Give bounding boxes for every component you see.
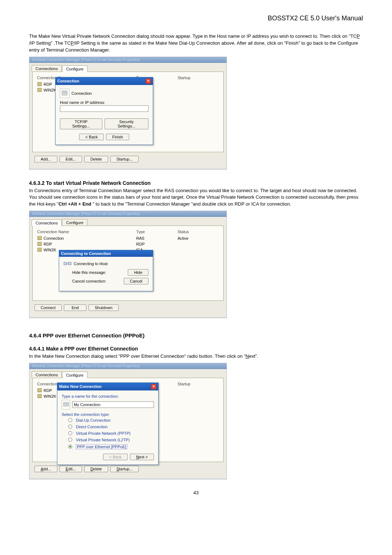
back-button[interactable]: < Back — [79, 134, 104, 140]
window-titlebar: Terminal Connection Manager (Press F2 to… — [29, 363, 226, 369]
svg-rect-4 — [37, 236, 42, 240]
window-titlebar: Terminal Connection Manager (Press F2 to… — [29, 211, 226, 217]
cancel-label: Cancel connection: — [72, 279, 106, 283]
edit-rest: dit... — [68, 467, 76, 471]
svg-rect-3 — [63, 92, 66, 94]
tab-connections[interactable]: Connections — [32, 65, 62, 72]
radio-label: Dial-Up Connection — [76, 418, 110, 422]
list-item[interactable]: RDP RDP — [37, 241, 219, 247]
tab-configure[interactable]: Configure — [62, 372, 87, 378]
heading-4641: 4.6.4.1 Make a PPP over Ethernet Connect… — [29, 346, 363, 352]
shutdown-button[interactable]: Shutdown — [89, 304, 119, 311]
dialog-titlebar: Connecting to Connection — [59, 250, 153, 257]
tab-connections[interactable]: Connections — [32, 371, 62, 378]
p1-text-b: /IP Setting" .The TC — [29, 40, 71, 46]
finish-button[interactable]: Finish — [106, 134, 129, 140]
connection-dialog: Connection × Connection Host name or IP … — [55, 77, 153, 145]
add-rest: dd... — [43, 467, 51, 471]
list-item[interactable]: Connection RAS Active — [37, 235, 219, 241]
ras-icon — [37, 236, 42, 241]
host-label: Host name or IP address: — [60, 100, 148, 105]
radio-direct[interactable]: Direct Connection — [68, 425, 154, 429]
cancel-button[interactable]: Cancel — [124, 278, 148, 284]
window-titlebar: Terminal Connection Manager (Press F2 to… — [29, 57, 226, 63]
paragraph-4641: In the Make New Connection dialog select… — [29, 353, 363, 360]
svg-rect-6 — [37, 248, 42, 251]
heading-464: 4.6.4 PPP over Ethernet Connection (PPPo… — [29, 332, 363, 339]
connecting-label: Connecting to Host — [74, 262, 108, 266]
tab-configure[interactable]: Configure — [62, 219, 87, 226]
col-connection-name: Connection Name — [37, 230, 136, 234]
row-name: RDP — [44, 82, 52, 86]
end-button[interactable]: End — [64, 304, 86, 311]
hide-label: Hide this message: — [72, 270, 106, 275]
connect-button[interactable]: Connect — [34, 304, 62, 311]
radio-vpn-l2tp[interactable]: Virtual Private Network (L2TP) — [68, 438, 154, 442]
edit-u: E — [66, 467, 68, 471]
dialog-label-connection: Connection — [72, 91, 92, 96]
next-button[interactable]: Next > — [130, 454, 154, 460]
col-startup: Startup — [177, 76, 219, 80]
radio-label: Virtual Private Network (L2TP) — [76, 438, 130, 442]
tab-connections[interactable]: Connections — [32, 219, 62, 226]
svg-rect-7 — [64, 262, 67, 265]
radio-pppoe[interactable]: PPP over Ethernet [PPPoE] — [68, 444, 154, 449]
radio-label: Virtual Private Network (PPTP) — [76, 431, 131, 436]
add-button[interactable]: Add... — [34, 466, 57, 472]
edit-button[interactable]: Edit... — [60, 466, 82, 472]
screenshot-make-new-connection: Terminal Connection Manager (Press F2 to… — [29, 363, 227, 479]
row-type: RDP — [136, 242, 177, 246]
rdp-icon — [37, 82, 42, 87]
svg-rect-13 — [64, 403, 68, 405]
dialog-titlebar: Connection × — [56, 77, 153, 85]
next-underline: N — [136, 455, 139, 459]
svg-rect-0 — [37, 82, 42, 86]
select-type-label: Select the connection type: — [62, 412, 154, 417]
add-button[interactable]: Add... — [34, 156, 57, 162]
startup-button[interactable]: Startup... — [110, 156, 139, 162]
col-startup: Startup — [177, 382, 219, 386]
p2-text-b: " to back to the "Terminal Connection Ma… — [91, 201, 291, 207]
tab-configure[interactable]: Configure — [62, 65, 87, 72]
p1-text-a: The Make New Virtual Private Network Con… — [29, 33, 357, 39]
radio-vpn-pptp[interactable]: Virtual Private Network (PPTP) — [68, 431, 154, 436]
delete-button[interactable]: Delete — [84, 466, 108, 472]
delete-button[interactable]: Delete — [84, 156, 108, 162]
connection-icon — [60, 89, 69, 98]
radio-dialup[interactable]: Dial-Up Connection — [68, 418, 154, 422]
close-icon[interactable]: × — [146, 78, 151, 84]
tabs-row: Connections Configure — [29, 63, 226, 72]
close-icon[interactable]: × — [151, 384, 156, 389]
connection-name-input[interactable] — [72, 401, 154, 408]
tcpip-settings-button[interactable]: TCP/IP Settings... — [60, 118, 102, 129]
screenshot-configure-connection: Terminal Connection Manager (Press F2 to… — [29, 57, 227, 169]
radio-label: PPP over Ethernet [PPPoE] — [76, 444, 127, 449]
startup-button[interactable]: Startup... — [110, 466, 139, 472]
host-input[interactable] — [60, 105, 148, 112]
row-name: RDP — [44, 388, 52, 393]
dialog-title-text: Connection — [57, 79, 79, 83]
dialog-title-text: Connecting to Connection — [61, 251, 111, 256]
row-type: RAS — [136, 236, 177, 240]
make-new-connection-dialog: Make New Connection × Type a name for th… — [57, 382, 159, 465]
row-status: Active — [177, 236, 219, 240]
type-name-label: Type a name for the connection: — [62, 394, 154, 398]
svg-rect-8 — [68, 262, 71, 265]
row-name: WIN2K — [44, 394, 56, 398]
edit-button[interactable]: Edit... — [60, 156, 82, 162]
rdp-icon — [37, 388, 42, 393]
heading-4632: 4.6.3.2 To start Virtual Private Network… — [29, 180, 363, 186]
row-name: RDP — [44, 242, 52, 246]
dialog-title-text: Make New Connection — [59, 384, 102, 389]
security-settings-button[interactable]: Security Settings... — [105, 118, 148, 129]
network-icon — [64, 260, 72, 267]
connection-icon — [62, 400, 70, 409]
p2-bold: Ctrl +Alt + End — [58, 201, 91, 207]
p3-underline-n: N — [246, 353, 249, 359]
delete-rest: elete — [93, 467, 102, 471]
intro-paragraph: The Make New Virtual Private Network Con… — [29, 33, 363, 54]
hide-button[interactable]: Hide — [128, 269, 148, 276]
startup-rest: tartup... — [119, 467, 132, 471]
paragraph-4632: In Connections entry of Terminal Connect… — [29, 187, 363, 208]
ica-icon — [37, 88, 42, 93]
